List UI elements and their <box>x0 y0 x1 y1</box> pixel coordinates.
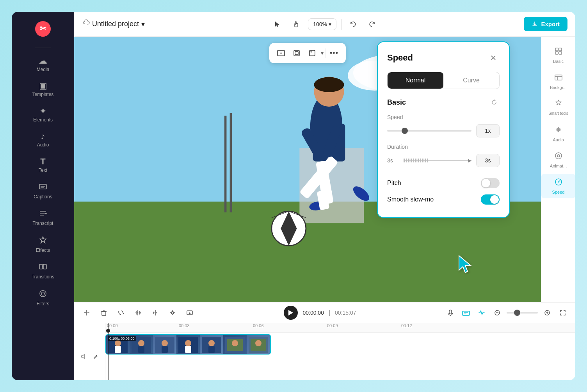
zoom-out-timeline-button[interactable] <box>491 306 503 319</box>
sidebar-item-effects[interactable]: Effects <box>12 232 74 257</box>
svg-point-54 <box>558 182 559 183</box>
overlay-divider <box>325 48 326 58</box>
canvas-toolbar: ▾ ••• <box>269 43 346 63</box>
sidebar-item-filters[interactable]: Filters <box>12 285 74 310</box>
delete-button[interactable] <box>98 306 110 319</box>
clip-frame-4 <box>176 335 200 355</box>
svg-marker-63 <box>153 312 155 314</box>
project-name[interactable]: Untitled project ▾ <box>82 19 145 29</box>
export-label: Export <box>541 21 560 27</box>
right-panel-item-smart-tools[interactable]: Smart tools <box>541 95 575 120</box>
right-panel-item-audio[interactable]: Audio <box>541 121 575 146</box>
topbar-left: Untitled project ▾ <box>82 19 270 29</box>
beat-sync-button[interactable] <box>475 306 488 319</box>
redo-button[interactable] <box>365 17 379 31</box>
speed-tab-curve[interactable]: Curve <box>443 72 499 89</box>
sidebar-item-transcript[interactable]: Transcript <box>12 205 74 230</box>
microphone-button[interactable] <box>444 306 457 319</box>
reset-button[interactable] <box>489 97 500 108</box>
right-panel-item-animation[interactable]: Animat... <box>541 148 575 172</box>
right-panel-item-speed[interactable]: Speed <box>541 174 575 198</box>
clip-frame-7 <box>247 335 270 355</box>
animation-icon <box>554 151 563 162</box>
ruler-mark-2: 00:06 <box>253 323 264 328</box>
clip-frame-3 <box>153 335 176 355</box>
svg-point-52 <box>557 155 560 157</box>
svg-rect-84 <box>162 346 168 353</box>
svg-point-65 <box>171 312 174 314</box>
chevron-overlay-icon: ▾ <box>321 50 324 56</box>
media-icon: ☁ <box>39 57 47 65</box>
sidebar-item-elements[interactable]: ✦ Elements <box>12 103 74 127</box>
toolbar-divider <box>341 19 342 30</box>
sidebar-item-captions[interactable]: Captions <box>12 178 74 203</box>
smooth-slowmo-toggle[interactable] <box>481 194 500 205</box>
zoom-control[interactable]: 100% ▾ <box>308 18 336 30</box>
svg-point-93 <box>232 340 238 346</box>
auto-sync-button[interactable] <box>166 306 179 319</box>
ai-music-button[interactable] <box>460 306 472 319</box>
sidebar-item-text[interactable]: T Text <box>12 153 74 177</box>
svg-marker-8 <box>40 237 46 243</box>
audio-right-icon <box>554 125 563 136</box>
sidebar-item-templates[interactable]: ▣ Templates <box>12 78 74 101</box>
svg-rect-10 <box>43 264 46 269</box>
undo-button[interactable] <box>346 17 360 31</box>
canvas-wrapper[interactable]: ▾ ••• Speed <box>74 37 541 302</box>
right-panel-basic-label: Basic <box>553 59 564 64</box>
speed-panel-close-button[interactable] <box>487 52 500 64</box>
effects-icon <box>39 236 47 246</box>
timeline-area: 00:00:00 | 00:15:07 <box>74 302 575 380</box>
pointer-tool-button[interactable] <box>270 17 285 31</box>
ruler-mark-0: 00:00 <box>107 323 118 328</box>
video-clip[interactable]: 0.100x 00:03:00 <box>105 334 271 355</box>
play-button[interactable] <box>284 306 298 320</box>
smooth-slowmo-toggle-knob <box>490 195 499 204</box>
add-media-overlay-button[interactable] <box>274 46 288 60</box>
speed-tab-normal[interactable]: Normal <box>388 72 443 89</box>
export-frame-button[interactable] <box>183 306 196 319</box>
fullscreen-button[interactable] <box>557 306 569 319</box>
timeline-center-controls: 00:00:00 | 00:15:07 <box>201 306 439 320</box>
svg-rect-19 <box>230 113 232 212</box>
editor-area: ▾ ••• Speed <box>74 37 575 302</box>
svg-rect-78 <box>115 346 121 353</box>
export-button[interactable]: Export <box>524 17 567 31</box>
total-time: 00:15:07 <box>335 310 356 316</box>
sidebar-item-audio[interactable]: ♪ Audio <box>12 128 74 151</box>
smart-tools-icon <box>554 99 563 110</box>
duration-slider-container[interactable]: ▶ <box>404 160 471 161</box>
more-options-button[interactable]: ••• <box>327 46 341 60</box>
speed-slider[interactable] <box>387 130 471 132</box>
edit-track-button[interactable] <box>91 352 101 361</box>
sidebar-item-transitions[interactable]: Transitions <box>12 258 74 283</box>
fit-canvas-button[interactable] <box>290 46 304 60</box>
sidebar-item-filters-label: Filters <box>37 301 50 306</box>
crop-button[interactable] <box>305 46 319 60</box>
text-icon: T <box>40 157 45 166</box>
volume-button[interactable] <box>79 352 88 361</box>
loop-button[interactable] <box>115 306 127 319</box>
split-audio-button[interactable] <box>132 306 144 319</box>
captions-icon <box>39 182 47 192</box>
ruler-mark-3: 00:09 <box>327 323 338 328</box>
elements-icon: ✦ <box>39 107 46 116</box>
right-panel-item-basic[interactable]: Basic <box>541 43 575 68</box>
svg-rect-45 <box>559 48 562 51</box>
smooth-slowmo-label: Smooth slow-mo <box>387 196 434 203</box>
time-separator: | <box>329 309 330 316</box>
sidebar: ✂ ☁ Media ▣ Templates ✦ Elements ♪ Audio… <box>12 12 74 380</box>
split-text-button[interactable] <box>80 306 93 319</box>
right-panel-smart-tools-label: Smart tools <box>548 111 568 116</box>
hand-tool-button[interactable] <box>289 17 303 31</box>
timeline-zoom-slider[interactable] <box>507 312 538 314</box>
playhead-head <box>106 329 110 333</box>
smart-split-button[interactable] <box>149 306 162 319</box>
svg-rect-39 <box>310 50 315 56</box>
sidebar-item-media[interactable]: ☁ Media <box>12 53 74 76</box>
zoom-in-timeline-button[interactable] <box>541 306 553 319</box>
right-panel-item-background[interactable]: Backgr... <box>541 69 575 94</box>
svg-marker-64 <box>156 312 157 314</box>
pitch-toggle[interactable] <box>481 178 500 188</box>
smooth-slowmo-toggle-row: Smooth slow-mo <box>387 191 500 208</box>
